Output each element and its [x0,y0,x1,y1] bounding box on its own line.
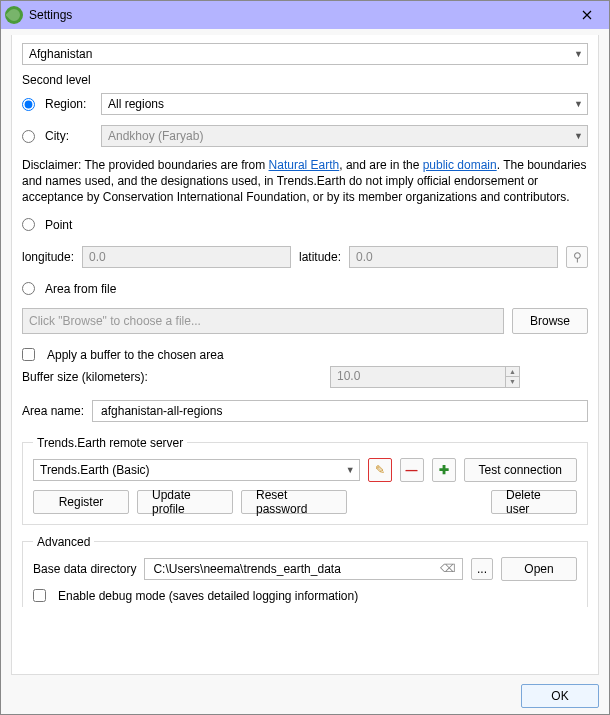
advanced-legend: Advanced [33,535,94,549]
close-icon [582,10,592,20]
file-path-placeholder: Click "Browse" to choose a file... [29,314,201,328]
apply-buffer-checkbox[interactable] [22,348,35,361]
base-dir-field[interactable] [151,561,456,577]
plus-icon: ✚ [439,463,449,477]
public-domain-link[interactable]: public domain [423,158,497,172]
add-server-button[interactable]: ✚ [432,458,456,482]
pencil-icon: ✎ [375,463,385,477]
region-label: Region: [45,97,95,111]
content: Afghanistan ▼ Second level Region: All r… [11,35,599,675]
debug-label: Enable debug mode (saves detailed loggin… [58,589,358,603]
second-level-heading: Second level [22,73,588,87]
chevron-down-icon: ▼ [346,465,355,475]
debug-checkbox[interactable] [33,589,46,602]
chevron-down-icon: ▼ [574,49,583,59]
remove-server-button[interactable]: — [400,458,424,482]
ellipsis-icon: ... [477,562,487,576]
latitude-label: latitude: [299,250,341,264]
latitude-value: 0.0 [356,250,373,264]
server-combo[interactable]: Trends.Earth (Basic) ▼ [33,459,360,481]
remote-server-group: Trends.Earth remote server Trends.Earth … [22,436,588,525]
country-value: Afghanistan [29,47,92,61]
remote-server-legend: Trends.Earth remote server [33,436,187,450]
titlebar: Settings [1,1,609,29]
longitude-label: longitude: [22,250,74,264]
natural-earth-link[interactable]: Natural Earth [269,158,340,172]
region-value: All regions [108,97,164,111]
browse-button[interactable]: Browse [512,308,588,334]
city-value: Andkhoy (Faryab) [108,129,203,143]
region-combo[interactable]: All regions ▼ [101,93,588,115]
spin-down-icon: ▼ [505,377,519,387]
chevron-down-icon: ▼ [574,99,583,109]
pin-icon: ⚲ [573,250,582,264]
advanced-group: Advanced Base data directory ⌫ ... Open … [22,535,588,607]
reset-password-button[interactable]: Reset password [241,490,347,514]
base-dir-label: Base data directory [33,562,136,576]
browse-dir-button[interactable]: ... [471,558,493,580]
city-label: City: [45,129,95,143]
buffer-size-input: 10.0 ▲▼ [330,366,520,388]
open-dir-button[interactable]: Open [501,557,577,581]
test-connection-button[interactable]: Test connection [464,458,577,482]
pick-point-button[interactable]: ⚲ [566,246,588,268]
apply-buffer-label: Apply a buffer to the chosen area [47,348,224,362]
point-label: Point [45,218,72,232]
app-logo-icon [5,6,23,24]
buffer-size-label: Buffer size (kilometers): [22,370,322,384]
delete-user-button[interactable]: Delete user [491,490,577,514]
close-button[interactable] [565,1,609,29]
city-radio[interactable] [22,130,35,143]
point-radio[interactable] [22,218,35,231]
base-dir-input[interactable]: ⌫ [144,558,463,580]
city-combo: Andkhoy (Faryab) ▼ [101,125,588,147]
chevron-down-icon: ▼ [574,131,583,141]
area-from-file-radio[interactable] [22,282,35,295]
longitude-value: 0.0 [89,250,106,264]
dialog-footer: OK [521,684,599,708]
update-profile-button[interactable]: Update profile [137,490,233,514]
longitude-input: 0.0 [82,246,291,268]
minus-icon: — [406,463,418,477]
ok-button[interactable]: OK [521,684,599,708]
spin-buttons: ▲▼ [505,367,519,387]
disclaimer-mid: , and are in the [339,158,422,172]
area-from-file-label: Area from file [45,282,116,296]
area-name-label: Area name: [22,404,84,418]
buffer-size-value: 10.0 [337,369,360,383]
settings-window: Settings Afghanistan ▼ Second level Regi… [0,0,610,715]
client-area: Afghanistan ▼ Second level Region: All r… [1,29,609,714]
disclaimer-text: Disclaimer: The provided boundaries are … [22,157,588,206]
area-name-input[interactable] [92,400,588,422]
register-button[interactable]: Register [33,490,129,514]
region-radio[interactable] [22,98,35,111]
file-path-input: Click "Browse" to choose a file... [22,308,504,334]
spin-up-icon: ▲ [505,367,519,378]
window-title: Settings [29,8,565,22]
area-name-field[interactable] [99,403,581,419]
disclaimer-prefix: Disclaimer: The provided boundaries are … [22,158,269,172]
edit-server-button[interactable]: ✎ [368,458,392,482]
country-combo[interactable]: Afghanistan ▼ [22,43,588,65]
clear-icon[interactable]: ⌫ [440,562,456,575]
server-value: Trends.Earth (Basic) [40,463,150,477]
latitude-input: 0.0 [349,246,558,268]
